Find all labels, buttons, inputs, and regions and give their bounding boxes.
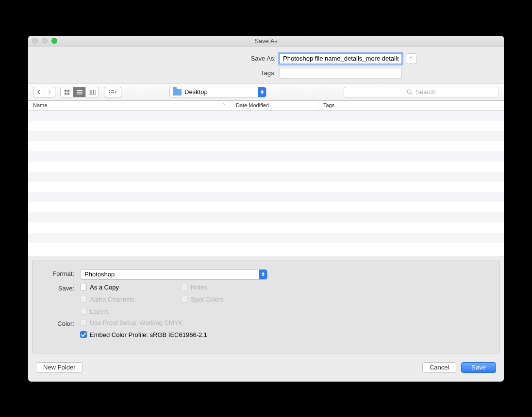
save-as-dialog: Save As Save As: ⌃ Tags:: [28, 36, 504, 382]
group-icon: [109, 90, 116, 95]
group-menu[interactable]: [104, 87, 121, 97]
list-item: [28, 141, 504, 151]
list-item: [28, 192, 504, 202]
list-item: [28, 172, 504, 182]
list-item: [28, 233, 504, 243]
svg-rect-6: [77, 94, 83, 95]
stepper-icon: [258, 87, 266, 97]
list-item: [28, 243, 504, 253]
filename-form: Save As: ⌃ Tags:: [28, 47, 504, 83]
zoom-icon[interactable]: [51, 38, 57, 44]
svg-rect-7: [89, 90, 91, 95]
icon-view-button[interactable]: [61, 87, 73, 97]
list-item: [28, 182, 504, 192]
stepper-icon: [259, 270, 267, 279]
format-popup[interactable]: Photoshop: [80, 269, 267, 280]
save-options: Format: Photoshop Save: As a Copy: [32, 260, 500, 353]
column-headers: Name ⌃ Date Modified Tags: [28, 101, 504, 111]
svg-rect-12: [111, 90, 114, 91]
file-list[interactable]: [28, 111, 504, 256]
tags-label: Tags:: [116, 69, 276, 77]
svg-rect-9: [94, 90, 96, 95]
chevron-right-icon: [48, 90, 51, 95]
new-folder-button[interactable]: New Folder: [36, 362, 83, 373]
svg-rect-1: [67, 90, 69, 92]
chevron-left-icon: [37, 90, 41, 95]
list-view-button[interactable]: [73, 87, 86, 97]
svg-rect-2: [65, 93, 66, 95]
checkbox-embed-color-profile[interactable]: Embed Color Profile: sRGB IEC61966-2.1: [80, 331, 207, 338]
list-item: [28, 202, 504, 212]
svg-rect-11: [109, 92, 110, 93]
list-item: [28, 151, 504, 161]
checkbox-alpha-channels: Alpha Channels: [80, 296, 143, 303]
location-popup[interactable]: Desktop: [169, 87, 266, 97]
list-item: [28, 223, 504, 233]
expand-collapse-button[interactable]: ⌃: [406, 53, 416, 64]
folder-icon: [173, 89, 182, 96]
save-label: Save:: [40, 284, 74, 292]
titlebar[interactable]: Save As: [28, 36, 504, 47]
svg-rect-5: [77, 92, 83, 93]
search-placeholder: Search: [416, 88, 435, 96]
checkbox-spot-colors: Spot Colors: [181, 296, 224, 303]
list-item: [28, 111, 504, 121]
column-view-button[interactable]: [86, 87, 99, 97]
close-icon[interactable]: [32, 38, 38, 44]
list-item: [28, 121, 504, 131]
checkbox-as-a-copy[interactable]: As a Copy: [80, 284, 143, 291]
columns-icon: [89, 90, 96, 95]
save-button[interactable]: Save: [461, 362, 496, 373]
svg-rect-4: [77, 90, 83, 91]
view-mode-segmented: [60, 87, 99, 97]
sort-ascending-icon: ⌃: [222, 103, 226, 108]
checkbox-layers: Layers: [80, 308, 109, 315]
svg-point-14: [407, 90, 411, 94]
list-item: [28, 161, 504, 172]
svg-rect-13: [111, 92, 114, 93]
cancel-button[interactable]: Cancel: [422, 362, 456, 373]
svg-rect-3: [67, 93, 69, 95]
browser-toolbar: Desktop Search: [28, 83, 504, 101]
forward-button[interactable]: [44, 87, 55, 97]
back-button[interactable]: [33, 87, 44, 97]
location-label: Desktop: [184, 88, 208, 96]
search-field[interactable]: Search: [344, 87, 499, 97]
search-icon: [407, 89, 413, 95]
svg-rect-10: [109, 90, 110, 91]
svg-rect-0: [65, 90, 66, 92]
svg-line-15: [411, 93, 412, 95]
format-label: Format:: [40, 269, 74, 277]
chevron-up-icon: ⌃: [409, 56, 413, 61]
color-label: Color:: [40, 319, 74, 327]
dialog-footer: New Folder Cancel Save: [28, 357, 504, 382]
format-value: Photoshop: [84, 271, 115, 278]
column-tags[interactable]: Tags: [318, 101, 504, 110]
checkbox-use-proof-setup: Use Proof Setup: Working CMYK: [80, 319, 207, 326]
window-title: Save As: [28, 37, 504, 45]
list-item: [28, 212, 504, 223]
column-date-modified[interactable]: Date Modified: [231, 101, 318, 110]
column-name[interactable]: Name ⌃: [28, 101, 231, 110]
save-as-label: Save As:: [116, 55, 276, 62]
list-item: [28, 131, 504, 141]
tags-input[interactable]: [280, 68, 402, 79]
filename-input[interactable]: [280, 53, 402, 64]
checkbox-notes: Notes: [181, 284, 207, 291]
list-icon: [77, 90, 83, 95]
minimize-icon[interactable]: [42, 38, 48, 44]
nav-back-forward: [33, 87, 55, 97]
grid-icon: [64, 89, 70, 95]
svg-rect-8: [91, 90, 93, 95]
